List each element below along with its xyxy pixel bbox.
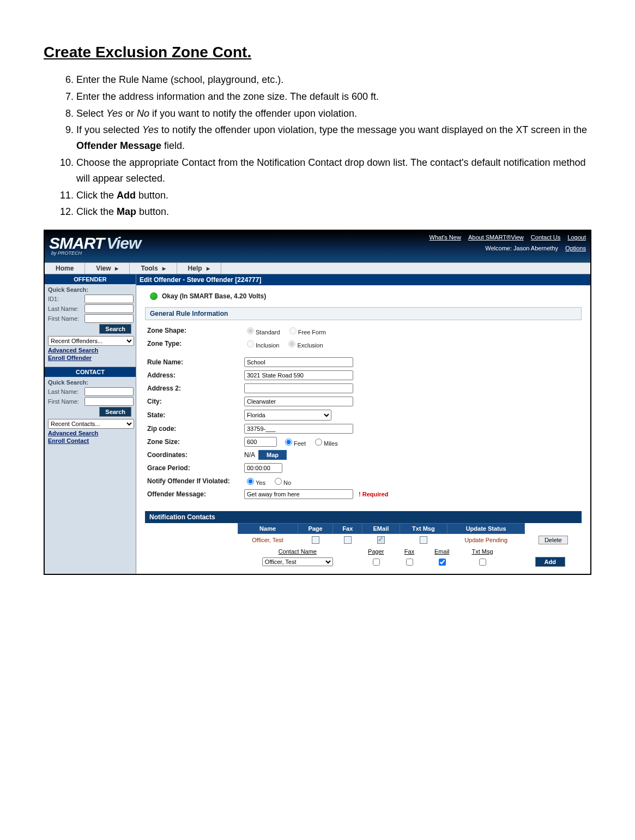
add-button[interactable]: Add: [535, 557, 565, 567]
add-col-fax: Fax: [395, 547, 424, 556]
city-input[interactable]: [244, 397, 353, 406]
row-name: Officer, Test: [238, 534, 298, 546]
id1-input[interactable]: [84, 295, 134, 303]
logo-smart: SMART: [49, 234, 104, 253]
zone-shape-label: Zone Shape:: [147, 327, 244, 334]
miles-radio[interactable]: [315, 439, 322, 446]
step-12: Click the Map button.: [76, 204, 591, 220]
menu-home[interactable]: Home: [45, 263, 85, 274]
feet-radio[interactable]: [285, 439, 292, 446]
grace-period-label: Grace Period:: [147, 464, 244, 472]
status-ok-icon: [150, 292, 158, 300]
notify-no-radio[interactable]: [275, 478, 282, 485]
map-button[interactable]: Map: [258, 450, 287, 460]
add-col-email: Email: [424, 547, 459, 556]
welcome-user: Jason Abernethy: [513, 245, 558, 251]
contact-quick-search-label: Quick Search:: [48, 379, 134, 386]
logo: SMART View: [49, 234, 141, 253]
logout-link[interactable]: Logout: [567, 234, 586, 241]
row-fax-checkbox[interactable]: [344, 536, 352, 544]
status-text: Okay (In SMART Base, 4.20 Volts): [162, 292, 266, 300]
contact-search-button[interactable]: Search: [99, 407, 131, 417]
whats-new-link[interactable]: What's New: [430, 234, 461, 241]
col-txt: Txt Msg: [400, 524, 447, 534]
offender-search-button[interactable]: Search: [99, 324, 131, 334]
id1-label: ID1:: [48, 296, 84, 302]
contact-first-name-input[interactable]: [84, 397, 134, 406]
status-message: Okay (In SMART Base, 4.20 Volts): [145, 289, 582, 304]
address-label: Address:: [147, 371, 244, 379]
delete-button[interactable]: Delete: [539, 536, 568, 544]
state-label: State:: [147, 411, 244, 419]
add-col-pager: Pager: [358, 547, 395, 556]
col-page: Page: [298, 524, 333, 534]
offender-message-input[interactable]: [244, 489, 353, 499]
row-page-checkbox[interactable]: [312, 536, 319, 544]
contact-us-link[interactable]: Contact Us: [531, 234, 560, 241]
zone-size-input[interactable]: [244, 437, 277, 447]
rule-name-label: Rule Name:: [147, 358, 244, 366]
about-link[interactable]: About SMART®View: [468, 234, 524, 241]
contact-first-name-label: First Name:: [48, 398, 84, 405]
zone-shape-standard-radio[interactable]: [247, 327, 254, 334]
coordinates-label: Coordinates:: [147, 451, 244, 459]
col-email: EMail: [362, 524, 400, 534]
rule-name-input[interactable]: [244, 357, 353, 367]
recent-offenders-select[interactable]: Recent Offenders...: [48, 336, 134, 346]
add-email-checkbox[interactable]: [439, 559, 446, 566]
contact-last-name-label: Last Name:: [48, 388, 84, 395]
menu-view[interactable]: View▶: [85, 263, 130, 274]
state-select[interactable]: Florida: [244, 410, 331, 421]
col-update: Update Status: [447, 524, 525, 534]
notification-row: Officer, Test Update Pending Delete: [145, 534, 582, 546]
notification-table: Name Page Fax EMail Txt Msg Update Statu…: [145, 523, 582, 546]
app-header: SMART View by PROTECH What's New About S…: [45, 231, 590, 262]
add-fax-checkbox[interactable]: [406, 559, 413, 566]
add-txt-checkbox[interactable]: [479, 559, 486, 566]
row-update-status: Update Pending: [447, 534, 525, 546]
coordinates-value: N/A: [244, 451, 255, 459]
options-link[interactable]: Options: [565, 245, 586, 251]
enroll-offender-link[interactable]: Enroll Offender: [48, 355, 134, 361]
zone-type-inclusion-radio[interactable]: [247, 340, 254, 347]
recent-contacts-select[interactable]: Recent Contacts...: [48, 419, 134, 429]
sidebar-head-offender: OFFENDER: [45, 274, 136, 284]
first-name-input[interactable]: [84, 314, 134, 323]
notify-yes-radio[interactable]: [247, 478, 254, 485]
enroll-contact-link[interactable]: Enroll Contact: [48, 437, 134, 444]
main-title: Edit Offender - Steve Offender [224777]: [136, 274, 590, 285]
last-name-label: Last Name:: [48, 305, 84, 312]
sidebar: OFFENDER Quick Search: ID1: Last Name: F…: [45, 274, 136, 574]
last-name-input[interactable]: [84, 304, 134, 313]
zip-input[interactable]: [244, 424, 353, 434]
row-email-checkbox[interactable]: [377, 536, 385, 544]
notification-contacts-head: Notification Contacts: [145, 511, 582, 523]
doc-title: Create Exclusion Zone Cont.: [44, 44, 591, 61]
address-input[interactable]: [244, 370, 353, 380]
menu-help[interactable]: Help▶: [177, 263, 221, 274]
add-contact-table: Contact Name Pager Fax Email Txt Msg Off…: [145, 547, 582, 568]
add-pager-checkbox[interactable]: [373, 559, 380, 566]
step-6: Enter the Rule Name (school, playground,…: [76, 72, 591, 88]
contact-advanced-search-link[interactable]: Advanced Search: [48, 430, 134, 436]
steps-list: Enter the Rule Name (school, playground,…: [76, 72, 591, 220]
zone-type-exclusion-radio[interactable]: [288, 340, 295, 347]
app-screenshot: SMART View by PROTECH What's New About S…: [44, 230, 591, 575]
first-name-label: First Name:: [48, 315, 84, 322]
notify-label: Notify Offender If Violated:: [147, 477, 244, 485]
grace-period-input[interactable]: [244, 463, 282, 473]
row-txt-checkbox[interactable]: [420, 536, 427, 544]
step-11: Click the Add button.: [76, 188, 591, 203]
city-label: City:: [147, 398, 244, 405]
general-rule-info-head: General Rule Information: [145, 307, 582, 320]
col-fax: Fax: [333, 524, 362, 534]
zip-label: Zip code:: [147, 425, 244, 433]
contact-name-select[interactable]: Officer, Test: [262, 557, 333, 566]
zone-shape-freeform-radio[interactable]: [289, 327, 297, 334]
contact-last-name-input[interactable]: [84, 387, 134, 396]
advanced-search-link[interactable]: Advanced Search: [48, 347, 134, 353]
address2-input[interactable]: [244, 383, 353, 393]
menu-tools[interactable]: Tools▶: [130, 263, 177, 274]
logo-view: View: [106, 234, 141, 253]
col-name: Name: [238, 524, 298, 534]
